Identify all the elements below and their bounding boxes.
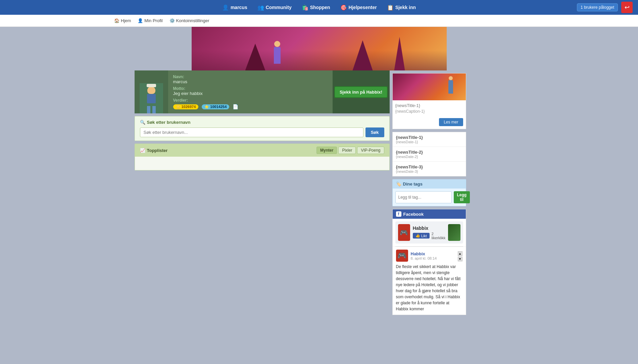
logout-icon: ↩ bbox=[625, 4, 630, 11]
nav-shoppen-label: Shoppen bbox=[310, 5, 330, 10]
logout-button[interactable]: ↩ bbox=[621, 2, 633, 13]
featured-news-image bbox=[393, 73, 466, 100]
scroll-up[interactable]: ▲ bbox=[458, 251, 462, 256]
fb-page-logo: 🎮 bbox=[398, 224, 410, 241]
tag-input[interactable] bbox=[395, 191, 452, 203]
search-input[interactable] bbox=[140, 127, 363, 137]
two-column-layout: Navn: marcus Motto: Jeg eier habbix Verd… bbox=[135, 70, 504, 315]
news-item-date: {newsDate-1} bbox=[396, 140, 462, 144]
coin-badge: 🪙 1026974 bbox=[173, 104, 199, 109]
help-icon: 🎯 bbox=[340, 4, 347, 11]
news-list: {newsTitle-1} {newsDate-1} {newsTitle-2}… bbox=[392, 132, 466, 176]
name-label: Navn: bbox=[173, 74, 328, 79]
topplister-body bbox=[135, 157, 389, 170]
tab-pixler[interactable]: Pixler bbox=[338, 147, 356, 154]
pixel-value: 10014254 bbox=[210, 105, 227, 109]
news-item: {newsTitle-2} {newsDate-2} bbox=[393, 147, 466, 162]
banner bbox=[192, 27, 447, 70]
news-item: {newsTitle-3} {newsDate-3} bbox=[393, 162, 466, 176]
nav-kontoinnstillinger-label: Kontoinnstillinger bbox=[176, 18, 209, 23]
nav-sjekkinn[interactable]: 📋 Sjekk inn bbox=[387, 4, 416, 11]
search-section: 🔍 Søk etter brukernavn Søk bbox=[135, 116, 390, 141]
nav-kontoinnstillinger[interactable]: ⚙️ Kontoinnstillinger bbox=[169, 18, 209, 23]
home-icon: 🏠 bbox=[114, 18, 119, 23]
topplister-title: 📈 Topplister bbox=[140, 148, 168, 153]
nav-sjekkinn-label: Sjekk inn bbox=[395, 5, 416, 10]
nav-community-label: Community bbox=[266, 5, 292, 10]
nav-shoppen[interactable]: 🛍️ Shoppen bbox=[302, 4, 330, 11]
search-button[interactable]: Søk bbox=[365, 127, 384, 137]
facebook-section: f Facebook 🎮 Habbix 👍 Likt bbox=[392, 209, 466, 315]
tab-mynter[interactable]: Mynter bbox=[316, 147, 337, 154]
tags-title: Dine tags bbox=[403, 181, 423, 187]
nav-hjelpesenter[interactable]: 🎯 Hjelpesenter bbox=[340, 4, 377, 11]
topplister-header: 📈 Topplister Mynter Pixler VIP-Poeng bbox=[135, 144, 389, 157]
fb-page-name: Habbix bbox=[413, 225, 446, 231]
page-layout: 👤 marcus 👥 Community 🛍️ Shoppen 🎯 Hjelpe… bbox=[0, 0, 638, 364]
nav-community[interactable]: 👥 Community bbox=[257, 4, 292, 11]
search-title-icon: 🔍 bbox=[140, 120, 145, 125]
thumbs-up-icon: 👍 bbox=[415, 233, 420, 238]
featured-news-body: {newsTitle-1} {newsCaption-1} bbox=[393, 100, 466, 116]
fb-post-text: De fleste vet sikkert at Habbix var tidl… bbox=[396, 264, 462, 312]
fb-post-date: 8. april kl. 08:14 bbox=[411, 256, 437, 260]
scroll-down[interactable]: ▼ bbox=[458, 257, 462, 261]
shop-icon: 🛍️ bbox=[302, 4, 308, 11]
tab-vip-poeng[interactable]: VIP-Poeng bbox=[357, 147, 384, 154]
fb-post: 🎮 Habbix 8. april kl. 08:14 ▲ ▼ bbox=[393, 247, 466, 315]
top-nav: 👤 marcus 👥 Community 🛍️ Shoppen 🎯 Hjelpe… bbox=[0, 0, 638, 15]
nav-hjem[interactable]: 🏠 Hjem bbox=[114, 18, 131, 23]
tags-section: 🏷️ Dine tags Legg til bbox=[392, 179, 466, 206]
nav-min-profil-label: Min Profil bbox=[144, 18, 162, 23]
topplister-icon: 📈 bbox=[140, 148, 145, 153]
checkin-icon: 📋 bbox=[387, 4, 394, 11]
facebook-icon: f bbox=[396, 211, 401, 217]
community-icon: 👥 bbox=[257, 4, 264, 11]
fb-post-author: Habbix bbox=[411, 251, 437, 256]
pixel-icon: ⭐ bbox=[204, 105, 209, 109]
news-item: {newsTitle-1} {newsDate-1} bbox=[393, 132, 466, 147]
fb-page-info: Habbix 👍 Likt 2 likerklikk bbox=[413, 225, 446, 240]
featured-news-caption: {newsCaption-1} bbox=[395, 109, 463, 114]
banner-gradient bbox=[192, 50, 447, 70]
fb-cover-thumb bbox=[448, 224, 460, 241]
values-row: 🪙 1026974 ⭐ 10014254 📄 bbox=[173, 104, 328, 109]
profile-icon: 👤 bbox=[138, 18, 143, 23]
center-content: Navn: marcus Motto: Jeg eier habbix Verd… bbox=[135, 27, 504, 315]
banner-decoration bbox=[192, 27, 447, 70]
main-column: Navn: marcus Motto: Jeg eier habbix Verd… bbox=[135, 70, 390, 315]
user-icon: 👤 bbox=[222, 4, 229, 11]
fb-scroll[interactable]: ▲ ▼ bbox=[458, 251, 462, 261]
verdier-label: Verdier: bbox=[173, 98, 328, 103]
news-item-title: {newsTitle-1} bbox=[396, 135, 462, 140]
nav-marcus[interactable]: 👤 marcus bbox=[222, 4, 247, 11]
fb-page-preview: 🎮 Habbix 👍 Likt 2 likerklikk bbox=[395, 221, 463, 244]
secondary-nav: 🏠 Hjem 👤 Min Profil ⚙️ Kontoinnstillinge… bbox=[0, 15, 638, 27]
facebook-header: f Facebook bbox=[393, 209, 466, 219]
avatar-area bbox=[135, 70, 168, 113]
featured-news-title: {newsTitle-1} bbox=[395, 103, 463, 108]
facebook-title: Facebook bbox=[403, 212, 424, 217]
fb-like-button[interactable]: 👍 Likt bbox=[413, 233, 430, 239]
profile-section: Navn: marcus Motto: Jeg eier habbix Verd… bbox=[135, 70, 390, 113]
nav-marcus-label: marcus bbox=[231, 5, 247, 10]
nav-min-profil[interactable]: 👤 Min Profil bbox=[138, 18, 162, 23]
news-item-title: {newsTitle-3} bbox=[396, 164, 462, 169]
tags-body: Legg til bbox=[393, 189, 466, 206]
fb-post-header: 🎮 Habbix 8. april kl. 08:14 ▲ ▼ bbox=[396, 250, 462, 262]
news-item-date: {newsDate-2} bbox=[396, 155, 462, 159]
character-area bbox=[265, 47, 289, 70]
nav-hjem-label: Hjem bbox=[121, 18, 131, 23]
search-row: Søk bbox=[140, 127, 384, 137]
sjekkinn-button[interactable]: Sjekk inn på Habbix! bbox=[334, 86, 388, 98]
coin-value: 1026974 bbox=[182, 105, 196, 109]
topplister-section: 📈 Topplister Mynter Pixler VIP-Poeng bbox=[135, 144, 390, 170]
les-mer-button[interactable]: Les mer bbox=[439, 118, 463, 126]
news-item-date: {newsDate-3} bbox=[396, 169, 462, 173]
settings-icon: ⚙️ bbox=[169, 18, 175, 23]
side-column: {newsTitle-1} {newsCaption-1} Les mer {n… bbox=[392, 73, 466, 315]
tag-add-button[interactable]: Legg til bbox=[454, 191, 470, 203]
nav-hjelpesenter-label: Hjelpesenter bbox=[349, 5, 377, 10]
name-value: marcus bbox=[173, 79, 328, 84]
search-title: 🔍 Søk etter brukernavn bbox=[140, 120, 384, 125]
